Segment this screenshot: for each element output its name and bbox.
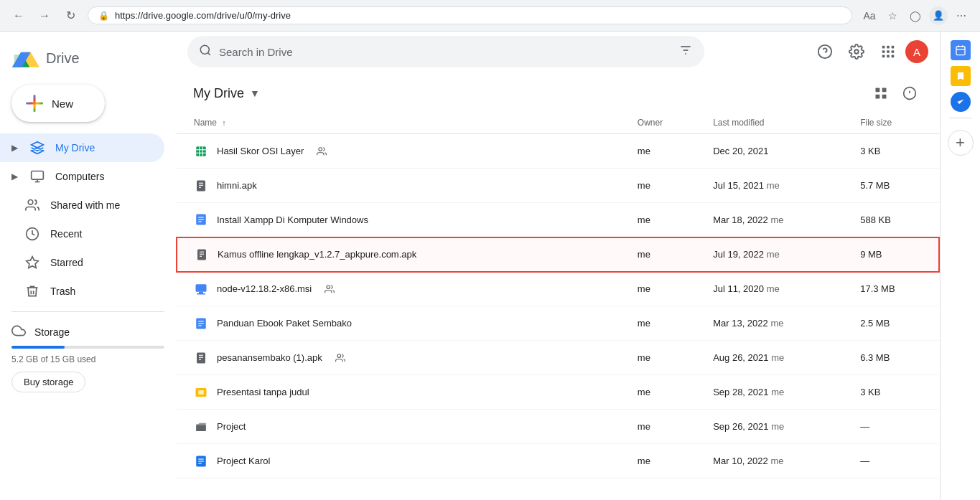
svg-point-39	[319, 147, 322, 151]
file-name-cell: Project	[177, 410, 626, 444]
collections-button[interactable]: ◯	[905, 6, 925, 26]
sidebar-item-computers[interactable]: ▶ Computers	[0, 162, 164, 191]
trash-label: Trash	[50, 286, 75, 297]
svg-rect-22	[887, 50, 890, 53]
file-name-cell: Project Karol	[177, 444, 626, 478]
search-input[interactable]	[219, 46, 671, 58]
svg-point-7	[28, 200, 33, 205]
user-avatar[interactable]: A	[905, 40, 928, 63]
file-name-text: Project Karol	[217, 456, 270, 466]
file-list-content: Name ↑ Owner Last modified File size Has…	[176, 112, 940, 500]
bookmark-button[interactable]: ☆	[882, 6, 902, 26]
apps-button[interactable]	[874, 37, 902, 66]
shared-icon	[24, 198, 40, 212]
file-owner: me	[626, 169, 701, 203]
svg-rect-27	[876, 88, 880, 93]
file-name-text: Panduan Ebook Paket Sembako	[217, 318, 352, 329]
title-dropdown[interactable]: ▼	[250, 88, 260, 99]
file-name-text: Presentasi tanpa judul	[217, 387, 309, 397]
settings-button[interactable]	[842, 37, 871, 66]
browser-chrome: ← → ↻ 🔒 https://drive.google.com/drive/u…	[0, 0, 980, 32]
table-row[interactable]: Hasil Skor OSI Layer me Dec 20, 2021 3 K…	[177, 134, 939, 169]
sidebar-item-my-drive[interactable]: ▶ My Drive	[0, 133, 164, 162]
sidebar-item-shared[interactable]: Shared with me	[0, 191, 164, 220]
file-name-text: himni.apk	[217, 180, 257, 191]
profile-button[interactable]: 👤	[928, 6, 948, 26]
svg-point-10	[200, 45, 209, 54]
file-name-text: Hasil Skor OSI Layer	[217, 146, 304, 156]
file-size: 3 KB	[849, 375, 939, 410]
file-owner: me	[626, 272, 701, 306]
sidebar-item-recent[interactable]: Recent	[0, 220, 164, 248]
file-name-cell: himni.apk	[177, 169, 626, 203]
calendar-panel-icon[interactable]	[951, 40, 971, 60]
add-panel-button[interactable]: +	[948, 130, 974, 156]
col-owner[interactable]: Owner	[626, 112, 701, 134]
svg-rect-26	[892, 55, 895, 58]
svg-rect-29	[876, 95, 880, 99]
profile-avatar: 👤	[929, 6, 948, 25]
svg-rect-24	[882, 55, 885, 58]
search-bar[interactable]	[187, 36, 704, 67]
back-button[interactable]: ←	[9, 6, 29, 26]
table-row[interactable]: Project me Sep 26, 2021 me —	[177, 410, 939, 444]
file-modified: Mar 13, 2022 me	[701, 306, 849, 341]
info-button[interactable]	[897, 80, 923, 106]
filter-icon[interactable]	[678, 43, 693, 61]
address-bar[interactable]: 🔒 https://drive.google.com/drive/u/0/my-…	[88, 6, 852, 24]
file-type-icon	[194, 179, 208, 193]
url-text: https://drive.google.com/drive/u/0/my-dr…	[115, 10, 841, 21]
svg-point-17	[854, 49, 859, 54]
more-button[interactable]: ⋯	[951, 6, 971, 26]
file-name-cell: Panduan Ebook Paket Sembako	[177, 306, 626, 341]
svg-rect-28	[882, 88, 887, 93]
storage-bar-wrap	[11, 346, 164, 349]
keep-panel-icon[interactable]	[951, 66, 971, 86]
sidebar-item-starred[interactable]: Starred	[0, 248, 164, 277]
readmode-button[interactable]: Aa	[859, 6, 879, 26]
file-size: —	[849, 444, 939, 478]
file-size: 588 KB	[849, 203, 939, 237]
my-drive-label: My Drive	[55, 142, 95, 154]
col-modified[interactable]: Last modified	[701, 112, 849, 134]
file-name-cell: Presentasi tanpa judul	[177, 375, 626, 410]
file-modified: Mar 10, 2022 me	[701, 444, 849, 478]
file-modified: Dec 20, 2021	[701, 134, 849, 169]
file-owner: me	[626, 444, 701, 478]
table-row[interactable]: Project Karol me Mar 10, 2022 me —	[177, 444, 939, 478]
shared-label: Shared with me	[50, 199, 120, 211]
new-button[interactable]: New	[11, 85, 105, 122]
table-row[interactable]: Panduan Ebook Paket Sembako me Mar 13, 2…	[177, 306, 939, 341]
table-row[interactable]: node-v12.18.2-x86.msi me Jul 11, 2020 me…	[177, 272, 939, 306]
file-owner: me	[626, 410, 701, 444]
file-owner: me	[626, 306, 701, 341]
forward-button[interactable]: →	[34, 6, 55, 26]
grid-view-button[interactable]	[868, 80, 894, 106]
file-name-text: Kamus offline lengkap_v1.2.7_apkpure.com…	[218, 249, 416, 260]
table-row[interactable]: Kamus offline lengkap_v1.2.7_apkpure.com…	[177, 237, 939, 272]
sidebar-item-trash[interactable]: Trash	[0, 277, 164, 306]
buy-storage-button[interactable]: Buy storage	[11, 372, 85, 392]
svg-rect-18	[882, 46, 885, 49]
col-size[interactable]: File size	[849, 112, 939, 134]
svg-rect-23	[892, 50, 895, 53]
file-table: Name ↑ Owner Last modified File size Has…	[176, 112, 940, 478]
svg-point-55	[327, 286, 330, 289]
table-row[interactable]: Install Xampp Di Komputer Windows me Mar…	[177, 203, 939, 237]
table-row[interactable]: pesanansembako (1).apk me Aug 26, 2021 m…	[177, 341, 939, 375]
tasks-panel-icon[interactable]	[951, 92, 971, 112]
table-row[interactable]: himni.apk me Jul 15, 2021 me 5.7 MB	[177, 169, 939, 203]
table-row[interactable]: Presentasi tanpa judul me Sep 28, 2021 m…	[177, 375, 939, 410]
file-type-icon	[195, 247, 209, 262]
svg-rect-60	[197, 352, 205, 363]
sort-arrow: ↑	[222, 118, 226, 127]
refresh-button[interactable]: ↻	[60, 6, 80, 26]
storage-bar	[11, 346, 65, 349]
file-size: 5.7 MB	[849, 169, 939, 203]
col-name[interactable]: Name ↑	[177, 112, 626, 134]
help-button[interactable]	[811, 37, 839, 66]
svg-rect-53	[199, 292, 203, 293]
file-size: 2.5 MB	[849, 306, 939, 341]
file-owner: me	[626, 341, 701, 375]
file-size: —	[849, 410, 939, 444]
